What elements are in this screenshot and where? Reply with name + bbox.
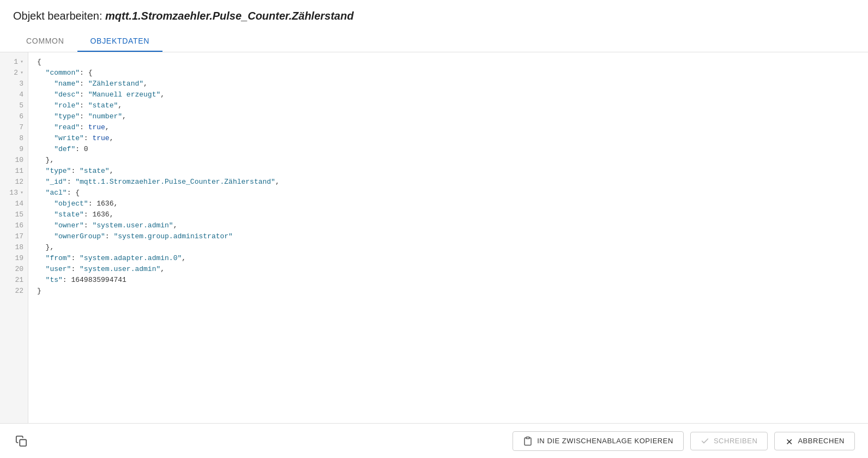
line-number-18: 18 (0, 242, 28, 253)
page-title-static: Objekt bearbeiten: (13, 10, 105, 22)
x-icon: ✕ (785, 437, 793, 445)
line-numbers: 1▾2▾345678910111213▾141516171819202122 (0, 52, 28, 423)
code-line-18: }, (37, 242, 868, 253)
code-line-17: "ownerGroup": "system.group.administrato… (37, 231, 868, 242)
line-number-1: 1▾ (0, 57, 28, 68)
copy-icon (15, 435, 27, 447)
svg-rect-1 (526, 437, 529, 438)
code-line-13: "acl": { (37, 188, 868, 198)
write-button: SCHREIBEN (690, 432, 768, 450)
code-line-3: "name": "Zählerstand", (37, 79, 868, 89)
line-number-20: 20 (0, 264, 28, 275)
check-icon (701, 437, 709, 445)
code-editor[interactable]: { "common": { "name": "Zählerstand", "de… (28, 52, 868, 423)
tab-objektdaten[interactable]: OBJEKTDATEN (77, 31, 163, 52)
code-line-1: { (37, 57, 868, 68)
code-line-19: "from": "system.adapter.admin.0", (37, 253, 868, 264)
code-line-22: } (37, 286, 868, 297)
fold-arrow-1[interactable]: ▾ (20, 57, 23, 68)
line-number-19: 19 (0, 253, 28, 264)
code-line-11: "type": "state", (37, 166, 868, 177)
code-line-7: "read": true, (37, 122, 868, 133)
clipboard-btn-label: IN DIE ZWISCHENABLAGE KOPIEREN (537, 437, 673, 445)
line-number-13: 13▾ (0, 188, 28, 198)
fold-arrow-13[interactable]: ▾ (20, 188, 23, 198)
code-line-16: "owner": "system.user.admin", (37, 220, 868, 231)
line-number-2: 2▾ (0, 68, 28, 79)
footer-right: IN DIE ZWISCHENABLAGE KOPIEREN SCHREIBEN… (513, 431, 855, 451)
line-number-15: 15 (0, 209, 28, 220)
code-line-12: "_id": "mqtt.1.Stromzaehler.Pulse_Counte… (37, 177, 868, 188)
code-line-21: "ts": 1649835994741 (37, 275, 868, 286)
code-line-6: "type": "number", (37, 111, 868, 122)
line-number-12: 12 (0, 177, 28, 188)
line-number-5: 5 (0, 100, 28, 111)
cancel-btn-label: ABBRECHEN (798, 437, 845, 445)
line-number-22: 22 (0, 286, 28, 297)
tabs-bar: COMMON OBJEKTDATEN (13, 31, 855, 52)
code-line-4: "desc": "Manuell erzeugt", (37, 89, 868, 100)
copy-small-icon-button[interactable] (13, 433, 29, 449)
line-number-11: 11 (0, 166, 28, 177)
code-line-5: "role": "state", (37, 100, 868, 111)
line-number-8: 8 (0, 133, 28, 144)
code-line-14: "object": 1636, (37, 198, 868, 209)
clipboard-icon (523, 436, 533, 446)
code-line-20: "user": "system.user.admin", (37, 264, 868, 275)
code-line-8: "write": true, (37, 133, 868, 144)
code-line-10: }, (37, 155, 868, 166)
line-number-10: 10 (0, 155, 28, 166)
code-line-2: "common": { (37, 68, 868, 79)
tab-common[interactable]: COMMON (13, 31, 77, 52)
clipboard-button[interactable]: IN DIE ZWISCHENABLAGE KOPIEREN (513, 431, 684, 451)
svg-rect-0 (20, 439, 26, 446)
footer-left (13, 433, 29, 449)
line-number-9: 9 (0, 144, 28, 155)
page-title-object: mqtt.1.Stromzaehler.Pulse_Counter.Zähler… (105, 10, 354, 22)
line-number-14: 14 (0, 198, 28, 209)
line-number-7: 7 (0, 122, 28, 133)
cancel-button[interactable]: ✕ ABBRECHEN (774, 432, 855, 450)
line-number-6: 6 (0, 111, 28, 122)
editor-area: 1▾2▾345678910111213▾141516171819202122 {… (0, 52, 868, 423)
line-number-21: 21 (0, 275, 28, 286)
fold-arrow-2[interactable]: ▾ (20, 68, 23, 79)
line-number-16: 16 (0, 220, 28, 231)
line-number-17: 17 (0, 231, 28, 242)
code-line-9: "def": 0 (37, 144, 868, 155)
line-number-4: 4 (0, 89, 28, 100)
page-header: Objekt bearbeiten: mqtt.1.Stromzaehler.P… (0, 0, 868, 52)
footer: IN DIE ZWISCHENABLAGE KOPIEREN SCHREIBEN… (0, 423, 868, 458)
line-number-3: 3 (0, 79, 28, 89)
write-btn-label: SCHREIBEN (714, 437, 758, 445)
code-line-15: "state": 1636, (37, 209, 868, 220)
page-title: Objekt bearbeiten: mqtt.1.Stromzaehler.P… (13, 10, 855, 22)
